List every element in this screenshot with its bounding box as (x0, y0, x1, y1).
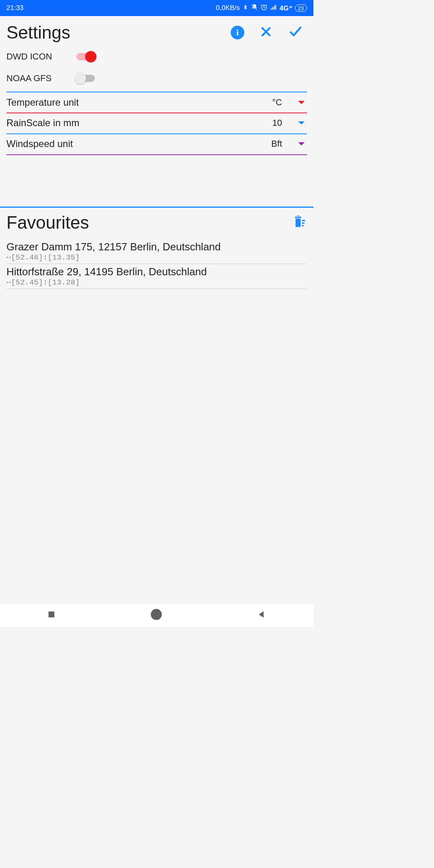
dropdown-windspeed[interactable]: Windspeed unit Bft (6, 133, 307, 155)
nav-back-button[interactable] (257, 610, 266, 621)
favourite-address: Grazer Damm 175, 12157 Berlin, Deutschla… (6, 241, 307, 253)
dropdown-rainscale[interactable]: RainScale in mm 10 (6, 113, 307, 134)
mute-icon (251, 4, 258, 13)
confirm-button[interactable] (288, 25, 302, 41)
status-time: 21:33 (6, 4, 24, 12)
toggle-dwd-icon: DWD ICON (6, 46, 307, 68)
battery-indicator: 23 (295, 4, 307, 12)
dropdown-label: Windspeed unit (6, 138, 271, 149)
chevron-down-icon (298, 121, 305, 125)
favourites-title: Favourites (6, 213, 89, 233)
status-bar: 21:33 0,0KB/s 4G⁺ 23 (0, 0, 313, 16)
svg-rect-1 (49, 611, 55, 617)
chevron-down-icon (298, 101, 305, 104)
svg-point-3 (153, 611, 160, 618)
clear-favourites-button[interactable] (292, 214, 307, 231)
nav-recent-button[interactable] (47, 610, 56, 620)
dropdown-value: °C (272, 97, 282, 108)
settings-header: Settings i (0, 16, 313, 46)
toggle-label: NOAA GFS (6, 73, 67, 84)
favourites-section: Favourites Grazer Damm 175, 12157 Berlin… (0, 207, 313, 289)
bluetooth-icon (242, 4, 248, 13)
alarm-icon (260, 4, 268, 13)
network-label: 4G⁺ (280, 4, 293, 12)
status-speed: 0,0KB/s (216, 4, 240, 12)
favourite-item[interactable]: Grazer Damm 175, 12157 Berlin, Deutschla… (6, 239, 307, 264)
dropdown-label: RainScale in mm (6, 117, 272, 129)
toggle-noaa-gfs: NOAA GFS (6, 68, 307, 89)
favourite-coords: ↔[52.45]↕[13.28] (6, 278, 307, 287)
dropdown-label: Temperature unit (6, 97, 272, 108)
favourite-address: Hittorfstraße 29, 14195 Berlin, Deutschl… (6, 266, 307, 278)
signal-icon (270, 4, 277, 13)
favourite-item[interactable]: Hittorfstraße 29, 14195 Berlin, Deutschl… (6, 264, 307, 289)
close-button[interactable] (259, 25, 273, 41)
dropdown-value: 10 (272, 118, 282, 128)
navigation-bar (0, 603, 313, 627)
toggle-switch-dwd[interactable] (76, 53, 95, 60)
nav-home-button[interactable] (150, 608, 162, 622)
toggle-label: DWD ICON (6, 51, 67, 62)
chevron-down-icon (298, 142, 305, 145)
info-button[interactable]: i (231, 26, 244, 39)
favourite-coords: ↔[52.46]↕[13.35] (6, 253, 307, 262)
dropdown-value: Bft (271, 139, 282, 149)
toggle-switch-noaa[interactable] (76, 75, 95, 82)
page-title: Settings (6, 23, 70, 43)
dropdown-temperature[interactable]: Temperature unit °C (6, 92, 307, 113)
